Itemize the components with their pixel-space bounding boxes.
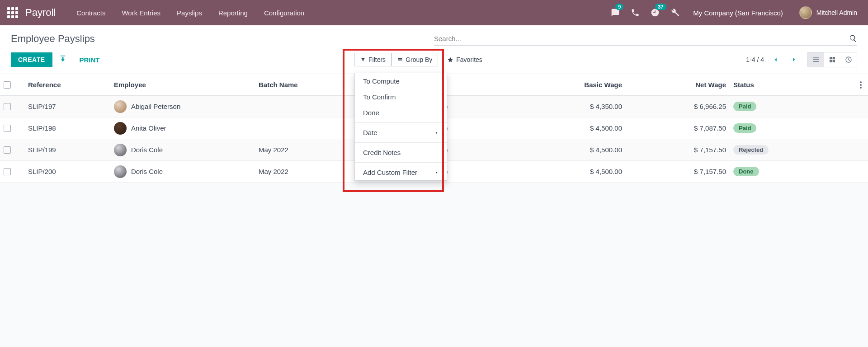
clock-icon xyxy=(845,56,852,63)
col-employee[interactable]: Employee xyxy=(110,81,255,89)
user-name: Mitchell Admin xyxy=(816,9,857,16)
chevron-right-icon xyxy=(791,56,797,63)
svg-point-0 xyxy=(860,81,862,83)
cell-net-wage: $ 7,157.50 xyxy=(626,146,730,154)
svg-point-1 xyxy=(860,84,862,86)
cell-employee: Anita Oliver xyxy=(110,122,255,135)
row-checkbox[interactable] xyxy=(4,168,11,175)
filter-add-custom[interactable]: Add Custom Filter xyxy=(355,164,447,180)
favorites-label: Favorites xyxy=(456,56,482,63)
activities-icon[interactable]: 37 xyxy=(645,0,665,25)
right-controls: 1-4 / 4 xyxy=(746,52,857,67)
filter-icon xyxy=(360,57,366,62)
control-bar: Employee Payslips CREATE PRINT Filters T… xyxy=(0,25,868,74)
messages-badge: 9 xyxy=(615,4,623,10)
filters-button[interactable]: Filters xyxy=(354,53,392,66)
cell-net-wage: $ 7,157.50 xyxy=(626,168,730,175)
pager-range: 1-4 / 4 xyxy=(746,56,764,63)
cell-reference: SLIP/200 xyxy=(24,168,110,175)
user-menu[interactable]: Mitchell Admin xyxy=(791,6,861,19)
menu-contracts[interactable]: Contracts xyxy=(68,9,113,17)
cell-batch: May 2022 xyxy=(255,168,354,175)
pager-next[interactable] xyxy=(788,53,800,66)
col-net-wage[interactable]: Net Wage xyxy=(626,81,730,89)
menu-reporting[interactable]: Reporting xyxy=(210,9,256,17)
pager-prev[interactable] xyxy=(769,53,782,66)
search-wrap xyxy=(434,32,857,46)
cell-basic-wage: $ 4,500.00 xyxy=(508,146,626,154)
groupby-label: Group By xyxy=(406,56,432,63)
kanban-view-icon xyxy=(829,56,836,63)
col-status[interactable]: Status xyxy=(730,81,802,89)
svg-point-2 xyxy=(860,87,862,89)
col-basic-wage[interactable]: Basic Wage xyxy=(508,81,626,89)
cell-net-wage: $ 7,087.50 xyxy=(626,124,730,132)
col-batch[interactable]: Batch Name xyxy=(255,81,354,89)
filter-date[interactable]: Date xyxy=(355,125,447,141)
company-selector[interactable]: My Company (San Francisco) xyxy=(685,9,791,17)
row-checkbox[interactable] xyxy=(4,103,11,110)
cell-reference: SLIP/198 xyxy=(24,124,110,132)
debug-icon[interactable] xyxy=(665,0,685,25)
cell-basic-wage: $ 4,500.00 xyxy=(508,124,626,132)
favorites-button[interactable]: Favorites xyxy=(447,56,482,63)
cell-basic-wage: $ 4,350.00 xyxy=(508,103,626,110)
cell-batch: May 2022 xyxy=(255,146,354,154)
cell-status: Done xyxy=(730,167,802,176)
page-title: Employee Payslips xyxy=(11,33,95,45)
chevron-left-icon xyxy=(773,56,779,63)
cell-status: Rejected xyxy=(730,145,802,155)
pager: 1-4 / 4 xyxy=(746,53,800,66)
filters-dropdown: To Compute To Confirm Done Date Credit N… xyxy=(354,73,447,181)
top-nav: Payroll Contracts Work Entries Payslips … xyxy=(0,0,868,25)
cell-reference: SLIP/197 xyxy=(24,103,110,110)
chevron-right-icon xyxy=(435,171,439,174)
create-button[interactable]: CREATE xyxy=(11,52,52,67)
apps-icon[interactable] xyxy=(7,7,18,18)
print-button[interactable]: PRINT xyxy=(73,53,106,66)
status-badge: Rejected xyxy=(733,145,769,155)
employee-avatar-icon xyxy=(114,100,127,113)
star-icon xyxy=(447,56,453,63)
search-input[interactable] xyxy=(434,35,849,42)
phone-icon[interactable] xyxy=(625,0,645,25)
menu-payslips[interactable]: Payslips xyxy=(169,9,210,17)
employee-avatar-icon xyxy=(114,165,127,178)
menu-configuration[interactable]: Configuration xyxy=(256,9,312,17)
filter-date-label: Date xyxy=(363,129,377,136)
cell-status: Paid xyxy=(730,123,802,133)
cell-employee: Doris Cole xyxy=(110,165,255,178)
filter-custom-label: Add Custom Filter xyxy=(363,169,417,176)
column-options[interactable] xyxy=(856,81,868,89)
employee-avatar-icon xyxy=(114,122,127,135)
view-kanban[interactable] xyxy=(824,52,840,67)
filters-label: Filters xyxy=(368,56,386,63)
download-button[interactable] xyxy=(52,53,73,66)
filter-done[interactable]: Done xyxy=(355,105,447,121)
list-icon xyxy=(397,57,403,62)
status-badge: Paid xyxy=(733,123,756,133)
select-all-checkbox[interactable] xyxy=(4,81,11,89)
filter-to-confirm[interactable]: To Confirm xyxy=(355,89,447,105)
messages-icon[interactable]: 9 xyxy=(605,0,625,25)
cell-employee: Abigail Peterson xyxy=(110,100,255,113)
filter-credit-notes[interactable]: Credit Notes xyxy=(355,145,447,160)
view-activity[interactable] xyxy=(840,52,857,67)
groupby-button[interactable]: Group By xyxy=(392,53,438,66)
user-avatar-icon xyxy=(799,6,812,19)
center-controls: Filters To Compute To Confirm Done Date … xyxy=(354,53,482,66)
status-badge: Done xyxy=(733,167,759,176)
col-reference[interactable]: Reference xyxy=(24,81,110,89)
menu-work-entries[interactable]: Work Entries xyxy=(113,9,169,17)
view-list[interactable] xyxy=(808,52,824,67)
search-icon[interactable] xyxy=(849,34,857,42)
status-badge: Paid xyxy=(733,102,756,111)
app-brand[interactable]: Payroll xyxy=(25,7,56,19)
filter-to-compute[interactable]: To Compute xyxy=(355,73,447,89)
cell-status: Paid xyxy=(730,102,802,111)
cell-basic-wage: $ 4,500.00 xyxy=(508,168,626,175)
list-view-icon xyxy=(812,56,820,63)
activities-badge: 37 xyxy=(655,4,666,10)
row-checkbox[interactable] xyxy=(4,146,11,154)
row-checkbox[interactable] xyxy=(4,125,11,132)
